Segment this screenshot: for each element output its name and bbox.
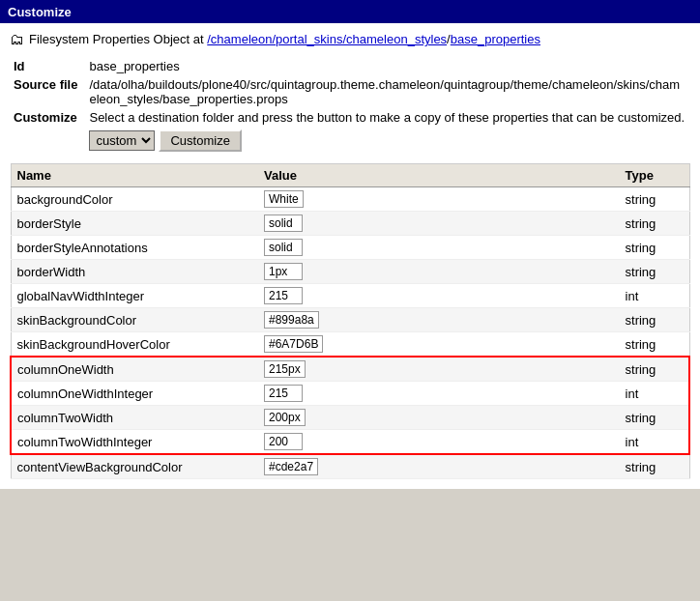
table-row: skinBackgroundHoverColor#6A7D6Bstring xyxy=(11,332,689,358)
prop-value: White xyxy=(258,187,620,212)
prop-type: int xyxy=(620,382,689,406)
prop-value: 215px xyxy=(258,357,620,382)
meta-table: Id base_properties Source file /data/olh… xyxy=(10,57,690,154)
filesystem-icon: 🗂 xyxy=(10,31,24,47)
prop-value: #6A7D6B xyxy=(258,332,620,358)
value-box: #899a8a xyxy=(264,311,319,329)
value-box: White xyxy=(264,190,304,208)
col-header-value: Value xyxy=(258,164,620,187)
prop-name: columnTwoWidth xyxy=(11,406,258,430)
prop-name: columnOneWidth xyxy=(11,357,258,382)
properties-table: Name Value Type backgroundColorWhitestri… xyxy=(10,163,690,479)
breadcrumb-prefix: Filesystem Properties Object at xyxy=(29,32,204,46)
source-file-value: /data/olha/buildouts/plone40/src/quintag… xyxy=(85,75,690,108)
prop-name: skinBackgroundColor xyxy=(11,308,258,332)
value-box: 200 xyxy=(264,433,303,450)
value-box: 215px xyxy=(264,360,306,378)
breadcrumb: 🗂 Filesystem Properties Object at /chame… xyxy=(10,31,690,47)
prop-name: globalNavWidthInteger xyxy=(11,284,258,308)
value-box: 1px xyxy=(264,263,303,280)
prop-name: borderWidth xyxy=(11,260,258,284)
customize-button[interactable]: Customize xyxy=(159,129,241,152)
prop-value: 200px xyxy=(258,406,620,430)
table-row: columnTwoWidth200pxstring xyxy=(11,406,689,430)
table-row: backgroundColorWhitestring xyxy=(11,187,689,212)
value-box: #cde2a7 xyxy=(264,458,318,475)
table-row: columnOneWidth215pxstring xyxy=(11,357,689,382)
main-content: 🗂 Filesystem Properties Object at /chame… xyxy=(0,23,700,489)
value-box: solid xyxy=(264,239,303,256)
prop-name: backgroundColor xyxy=(11,187,258,212)
title-label: Customize xyxy=(8,5,72,19)
breadcrumb-sub-path-link[interactable]: base_properties xyxy=(451,32,540,46)
prop-type: string xyxy=(620,308,689,332)
customize-desc: Select a destination folder and press th… xyxy=(89,110,686,125)
col-header-name: Name xyxy=(11,164,258,187)
prop-value: 215 xyxy=(258,382,620,406)
customize-controls: custom Customize xyxy=(89,129,686,152)
breadcrumb-path-link[interactable]: /chameleon/portal_skins/chameleon_styles xyxy=(207,32,447,46)
table-header-row: Name Value Type xyxy=(11,164,689,187)
id-label: Id xyxy=(10,57,85,75)
prop-value: #cde2a7 xyxy=(258,454,620,479)
prop-name: skinBackgroundHoverColor xyxy=(11,332,258,358)
prop-type: string xyxy=(620,454,689,479)
table-row: borderWidth1pxstring xyxy=(11,260,689,284)
prop-name: borderStyle xyxy=(11,212,258,236)
prop-value: 215 xyxy=(258,284,620,308)
value-box: 215 xyxy=(264,287,303,304)
value-box: solid xyxy=(264,215,303,232)
prop-type: string xyxy=(620,187,689,212)
customize-label: Customize xyxy=(10,108,85,154)
source-file-label: Source file xyxy=(10,75,85,108)
table-row: contentViewBackgroundColor#cde2a7string xyxy=(11,454,689,479)
prop-name: borderStyleAnnotations xyxy=(11,236,258,260)
prop-name: contentViewBackgroundColor xyxy=(11,454,258,479)
prop-value: 200 xyxy=(258,430,620,455)
prop-value: solid xyxy=(258,236,620,260)
prop-type: string xyxy=(620,406,689,430)
prop-type: string xyxy=(620,260,689,284)
prop-value: 1px xyxy=(258,260,620,284)
customize-select[interactable]: custom xyxy=(89,130,155,151)
prop-type: string xyxy=(620,332,689,358)
value-box: #6A7D6B xyxy=(264,335,323,353)
prop-type: int xyxy=(620,430,689,455)
table-row: columnTwoWidthInteger200int xyxy=(11,430,689,455)
id-value: base_properties xyxy=(85,57,690,75)
col-header-type: Type xyxy=(620,164,689,187)
value-box: 200px xyxy=(264,409,306,426)
prop-type: string xyxy=(620,357,689,382)
prop-type: int xyxy=(620,284,689,308)
title-bar: Customize xyxy=(0,0,700,23)
table-row: globalNavWidthInteger215int xyxy=(11,284,689,308)
customize-section: Select a destination folder and press th… xyxy=(85,108,690,154)
prop-value: solid xyxy=(258,212,620,236)
table-row: skinBackgroundColor#899a8astring xyxy=(11,308,689,332)
prop-name: columnOneWidthInteger xyxy=(11,382,258,406)
table-row: columnOneWidthInteger215int xyxy=(11,382,689,406)
prop-value: #899a8a xyxy=(258,308,620,332)
prop-name: columnTwoWidthInteger xyxy=(11,430,258,455)
prop-type: string xyxy=(620,212,689,236)
table-row: borderStyleAnnotationssolidstring xyxy=(11,236,689,260)
table-row: borderStylesolidstring xyxy=(11,212,689,236)
prop-type: string xyxy=(620,236,689,260)
value-box: 215 xyxy=(264,385,303,402)
